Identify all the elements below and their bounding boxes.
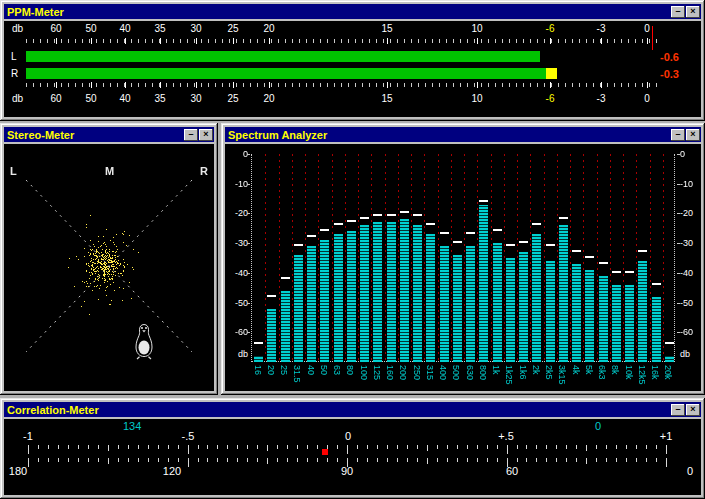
- spectrum-axis-tick: [677, 154, 680, 155]
- ppm-tick: [635, 39, 636, 43]
- spectrum-bar: [612, 285, 621, 362]
- ppm-tick: [586, 83, 587, 87]
- correlation-tick: [576, 458, 577, 462]
- titlebar-ppm[interactable]: PPM-Meter – ×: [4, 4, 701, 19]
- ppm-tick: [243, 83, 244, 87]
- close-button[interactable]: ×: [686, 129, 700, 141]
- ppm-tick: [628, 39, 629, 43]
- correlation-tick: [148, 445, 149, 449]
- ppm-tick: [250, 83, 251, 87]
- close-button[interactable]: ×: [686, 404, 700, 416]
- ppm-tick-major: [477, 82, 478, 88]
- spectrum-peak-mark: [373, 214, 382, 216]
- correlation-bottom-scale-label: 60: [506, 466, 518, 476]
- correlation-tick: [377, 445, 378, 449]
- ppm-tick: [355, 39, 356, 43]
- spectrum-freq-label: 2k: [531, 365, 540, 375]
- ppm-scale-top-label: db: [12, 24, 23, 34]
- correlation-readout-degrees: 134: [123, 421, 141, 432]
- spectrum-gridline: [464, 154, 465, 362]
- ppm-tick: [278, 39, 279, 43]
- ppm-tick: [425, 39, 426, 43]
- spectrum-gridline: [411, 154, 412, 362]
- minimize-button[interactable]: –: [671, 404, 685, 416]
- correlation-tick: [277, 445, 278, 449]
- correlation-tick: [158, 445, 159, 449]
- ppm-tick: [166, 83, 167, 87]
- correlation-tick: [357, 445, 358, 449]
- minimize-button[interactable]: –: [671, 6, 685, 18]
- ppm-tick: [432, 83, 433, 87]
- stereo-scatter: [4, 144, 214, 391]
- spectrum-gridline: [332, 154, 333, 362]
- ppm-tick-major: [91, 38, 92, 44]
- ppm-scale-bottom-label: 25: [227, 94, 238, 104]
- spectrum-bar: [479, 205, 488, 363]
- ppm-tick: [103, 39, 104, 43]
- minimize-button[interactable]: –: [671, 129, 685, 141]
- spectrum-peak-mark: [665, 342, 674, 344]
- ppm-tick: [68, 39, 69, 43]
- spectrum-peak-mark: [334, 223, 343, 225]
- ppm-scale-bottom-label: 30: [190, 94, 201, 104]
- window-title-spectrum: Spectrum Analyzer: [228, 128, 670, 142]
- ppm-tick: [75, 39, 76, 43]
- spectrum-freq-label: 31.5: [292, 365, 301, 383]
- spectrum-bar: [334, 234, 343, 362]
- correlation-tick: [467, 458, 468, 462]
- correlation-tick: [108, 445, 109, 451]
- ppm-scale-bottom-label: -3: [597, 94, 606, 104]
- ppm-tick: [271, 83, 272, 87]
- ppm-tick: [341, 39, 342, 43]
- spectrum-peak-mark: [546, 244, 555, 246]
- correlation-tick: [596, 445, 597, 449]
- ppm-tick: [222, 83, 223, 87]
- spectrum-freq-label: 125: [372, 365, 381, 380]
- spectrum-peak-mark: [532, 223, 541, 225]
- ppm-tick: [96, 39, 97, 43]
- ppm-tick-major: [125, 82, 126, 88]
- correlation-tick: [337, 458, 338, 462]
- ppm-tick: [138, 83, 139, 87]
- ppm-tick: [411, 83, 412, 87]
- spectrum-bar: [585, 270, 594, 362]
- titlebar-correlation[interactable]: Correlation-Meter – ×: [4, 402, 701, 417]
- ppm-tick: [201, 39, 202, 43]
- titlebar-spectrum[interactable]: Spectrum Analyzer – ×: [225, 127, 701, 142]
- spectrum-gridline: [623, 154, 624, 362]
- ppm-tick: [68, 83, 69, 87]
- ppm-scale-top-label: 35: [154, 24, 165, 34]
- spectrum-peak-mark: [479, 200, 488, 202]
- titlebar-stereo[interactable]: Stereo-Meter – ×: [4, 127, 214, 142]
- close-button[interactable]: ×: [199, 129, 213, 141]
- ppm-tick: [467, 83, 468, 87]
- ppm-tick: [54, 83, 55, 87]
- spectrum-peak-mark: [519, 241, 528, 243]
- ppm-tick: [537, 39, 538, 43]
- ppm-tick: [180, 39, 181, 43]
- ppm-bar-green-R: [26, 68, 546, 79]
- ppm-tick: [488, 83, 489, 87]
- ppm-tick: [54, 39, 55, 43]
- spectrum-gridline: [477, 154, 478, 362]
- correlation-marker: [322, 449, 328, 455]
- correlation-tick: [88, 458, 89, 462]
- ppm-tick: [376, 39, 377, 43]
- spectrum-gridline: [279, 154, 280, 362]
- spectrum-gridline: [650, 154, 651, 362]
- ppm-tick: [285, 39, 286, 43]
- ppm-tick: [250, 39, 251, 43]
- spectrum-db-label: -10: [680, 180, 693, 189]
- spectrum-db-label: 0: [680, 150, 685, 159]
- correlation-tick: [656, 458, 657, 462]
- correlation-tick: [576, 445, 577, 449]
- minimize-button[interactable]: –: [184, 129, 198, 141]
- correlation-tick: [636, 458, 637, 462]
- correlation-top-scale-label: 0: [345, 431, 351, 441]
- correlation-tick: [477, 458, 478, 462]
- close-button[interactable]: ×: [686, 6, 700, 18]
- ppm-tick-major: [647, 38, 648, 44]
- ppm-tick: [173, 83, 174, 87]
- ppm-tick: [208, 39, 209, 43]
- ppm-tick: [656, 39, 657, 43]
